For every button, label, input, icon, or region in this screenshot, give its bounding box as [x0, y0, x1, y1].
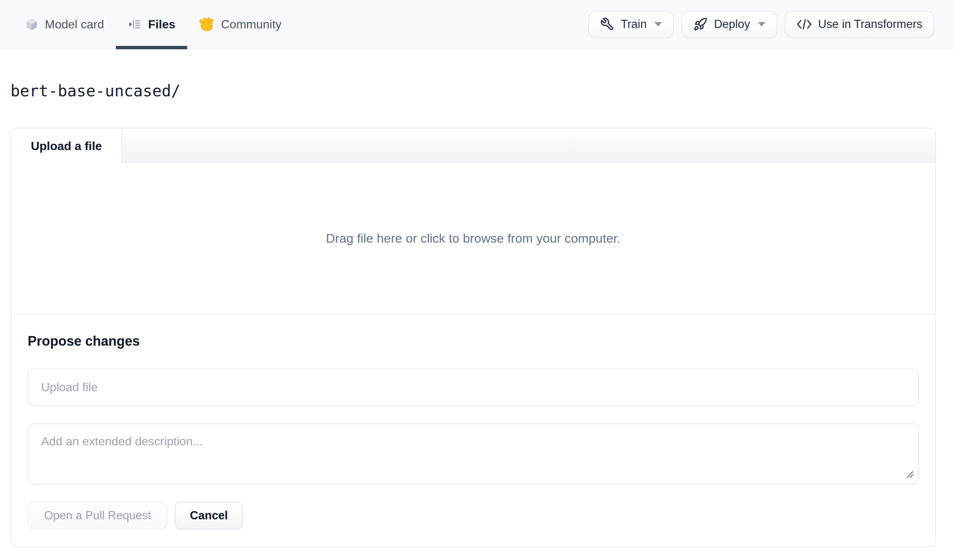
train-button-label: Train: [621, 17, 647, 31]
extended-description-textarea[interactable]: [28, 423, 919, 484]
cancel-button[interactable]: Cancel: [175, 502, 243, 529]
upload-panel-tabbar: Upload a file: [11, 128, 935, 163]
code-icon: [797, 18, 812, 31]
propose-actions-row: Open a Pull Request Cancel: [28, 502, 919, 529]
wrench-icon: [600, 17, 615, 31]
train-button[interactable]: Train: [588, 11, 674, 38]
deploy-button[interactable]: Deploy: [681, 11, 778, 38]
description-field-wrap: [28, 423, 919, 484]
resize-grip-icon[interactable]: [906, 470, 914, 480]
repo-tab-nav: Model card Files: [14, 0, 293, 48]
deploy-button-label: Deploy: [714, 17, 750, 31]
tab-model-card[interactable]: Model card: [14, 0, 116, 48]
upload-panel: Upload a file Drag file here or click to…: [11, 128, 936, 547]
chevron-down-icon: [654, 22, 662, 26]
repo-action-buttons: Train Deploy: [588, 0, 934, 48]
tab-model-card-label: Model card: [45, 17, 104, 31]
tab-files[interactable]: Files: [116, 0, 187, 48]
file-dropzone[interactable]: Drag file here or click to browse from y…: [11, 163, 935, 314]
tab-files-label: Files: [148, 17, 175, 31]
active-tab-indicator: [116, 46, 187, 49]
tab-community[interactable]: Community: [187, 0, 293, 48]
use-in-transformers-button[interactable]: Use in Transformers: [785, 11, 934, 38]
upload-filename-input[interactable]: [28, 368, 919, 406]
files-list-icon: [128, 17, 141, 31]
rocket-icon: [693, 17, 708, 31]
cube-icon: [25, 17, 38, 31]
breadcrumb[interactable]: bert-base-uncased/: [11, 81, 953, 101]
chevron-down-icon: [758, 22, 765, 26]
tab-community-label: Community: [221, 17, 281, 31]
repo-topbar: Model card Files: [0, 0, 953, 49]
dropzone-hint-text: Drag file here or click to browse from y…: [326, 231, 620, 246]
propose-changes-section: Propose changes Open a Pull Request Canc…: [11, 314, 935, 546]
propose-changes-heading: Propose changes: [28, 333, 919, 349]
tab-upload-a-file[interactable]: Upload a file: [11, 128, 122, 164]
open-pull-request-button[interactable]: Open a Pull Request: [28, 502, 168, 529]
waving-hand-icon: [199, 17, 214, 32]
use-in-transformers-label: Use in Transformers: [818, 17, 922, 31]
